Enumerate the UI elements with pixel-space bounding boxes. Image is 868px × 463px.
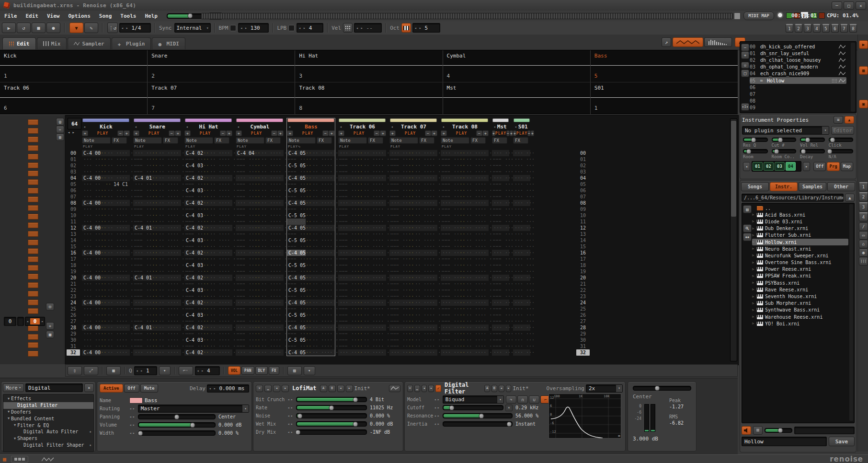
pattern-cell[interactable]: C-4 05···· ···· ····	[287, 225, 335, 231]
pattern-cell[interactable]: ··· ······ ···· ····	[133, 250, 181, 256]
pattern-cell[interactable]: ··· ···	[492, 349, 509, 356]
add-fx-icon[interactable]: +	[482, 130, 489, 136]
pattern-cell[interactable]: ··· ······ ···· ····	[82, 231, 130, 237]
matrix-slot[interactable]	[28, 231, 38, 237]
matrix-slot[interactable]	[28, 119, 38, 125]
scope-hi-hat[interactable]: Hi Hat3	[295, 50, 443, 82]
pattern-cell[interactable]: ··· ···	[492, 275, 509, 281]
pattern-cell[interactable]: ··· ······ ···· ····	[236, 343, 284, 349]
add-column-icon[interactable]: +	[287, 130, 293, 136]
pattern-cell[interactable]: ··· ······ ···· ····	[184, 243, 232, 250]
pattern-cell[interactable]: ··· ···	[513, 162, 530, 169]
pattern-cell[interactable]: ··· ······ ···· ····	[441, 212, 489, 219]
pattern-cell[interactable]: ··· ······ ···· ····	[441, 194, 489, 200]
pattern-cell[interactable]: ··· ······ ···· ····	[338, 225, 386, 231]
pattern-nav-arrows[interactable]: ◂▸	[68, 130, 77, 135]
pattern-cell[interactable]: ··· ······ ···· ····	[287, 169, 335, 175]
pattern-cell[interactable]: ··· ······ ···· ····	[389, 169, 437, 175]
pattern-cell[interactable]: ··· ······ ···· ····	[338, 156, 386, 162]
pattern-cell[interactable]: ··· ······ ···· ····	[389, 312, 437, 318]
remove-column-icon[interactable]: −	[476, 130, 482, 136]
pattern-cell[interactable]: ··· ······ ···· ····	[184, 343, 232, 349]
pattern-cell[interactable]: ··· ······ ···· ····	[133, 194, 181, 200]
pattern-cell[interactable]: ··· ······ ···· ····	[338, 212, 386, 219]
dsp-digital-auto-filter[interactable]: Digital Auto Filter★	[3, 428, 93, 435]
layout-wave-icon[interactable]	[42, 456, 54, 462]
pattern-cell[interactable]: ··· ······ ···· ····	[338, 262, 386, 268]
pattern-cell[interactable]: ··· ······ ···· ····	[389, 237, 437, 243]
pattern-cell[interactable]: ··· ······ ···· ····	[338, 175, 386, 181]
pattern-cell[interactable]: ··· ···	[513, 175, 530, 181]
menu-song[interactable]: Song	[95, 13, 116, 19]
pattern-cell[interactable]: ··· ······ ···· ····	[184, 331, 232, 337]
pattern-cell[interactable]: C-4 05···· ···· ····	[287, 275, 335, 281]
preset-prev-icon[interactable]: ◂	[337, 385, 344, 392]
param-bit-crunch[interactable]: Bit Crunch◂▸4 Bit	[253, 395, 403, 404]
pattern-cell[interactable]: ··· ······ ···· ····	[389, 318, 437, 324]
matrix-slot[interactable]	[28, 162, 38, 168]
filter-bandpass-icon[interactable]: ∩	[517, 395, 528, 404]
tab-plugin[interactable]: ✚Plugin	[112, 37, 151, 49]
pattern-cell[interactable]: ··· ······ ···· ····	[82, 206, 130, 212]
pattern-cell[interactable]: C-4 03···· ···· ····	[184, 312, 232, 318]
track-color-bar[interactable]	[390, 118, 437, 122]
file-neuro-beast-xrni[interactable]: ▷Neuro Beast.xrni	[752, 245, 848, 252]
pattern-cell[interactable]: ··· ······ ···· ····	[133, 300, 181, 306]
pattern-cell[interactable]: ··· ······ ···· ····	[441, 200, 489, 206]
pattern-cell[interactable]: ··· ······ ···· ····	[389, 287, 437, 293]
pattern-cell[interactable]: ··· ···	[513, 324, 530, 331]
dsp-shapers[interactable]: ▼Shapers	[3, 435, 93, 442]
pattern-cell[interactable]: ··· ······ ···· ····	[184, 231, 232, 237]
pattern-cell[interactable]: ··· ···	[492, 150, 509, 156]
pattern-cell[interactable]: ··· ······ ···· ····	[236, 331, 284, 337]
pattern-cell[interactable]: ··· ······ ···· ····	[287, 181, 335, 187]
save-name-field[interactable]: Hollow	[742, 437, 827, 446]
pattern-cell[interactable]: ··· ······ ···· ····	[441, 237, 489, 243]
scope-s01[interactable]: S011	[591, 82, 738, 114]
pattern-cell[interactable]: ··· ······ ···· ····	[133, 312, 181, 318]
pattern-cell[interactable]: ··· ······ ···· ····	[82, 306, 130, 312]
filter-lowpass-icon[interactable]: ↷	[506, 395, 516, 404]
menu-options[interactable]: Options	[64, 13, 95, 19]
dsp-filter-eq[interactable]: ▼Filter & EQ	[3, 422, 93, 428]
pattern-cell[interactable]: ··· ······ ···· ····	[236, 250, 284, 256]
play-indicator[interactable]: PLAY	[344, 131, 374, 136]
dsp-digital-filter-shaper[interactable]: Digital Filter Shaper★	[3, 442, 93, 449]
pattern-cell[interactable]: C-4 05···· ···· ····	[287, 150, 335, 156]
stop-button[interactable]: ■	[32, 23, 46, 33]
pattern-cell[interactable]: ··· ······ ···· ····	[441, 293, 489, 300]
file-power-reese-xrni[interactable]: ▷Power Reese.xrni	[752, 266, 848, 273]
file-dub-denker-xrni[interactable]: ▷Dub Denker.xrni	[752, 225, 848, 232]
pattern-cell[interactable]: ··· ······ ···· ····	[389, 250, 437, 256]
fx-column-header[interactable]: FX	[112, 137, 127, 144]
pattern-cell[interactable]: ··· ······ ···· ····	[236, 337, 284, 343]
pattern-cell[interactable]: ··· ······ ···· ····	[184, 194, 232, 200]
pattern-cell[interactable]: ··· ······ ···· ····	[338, 281, 386, 287]
master-volume-slider[interactable]	[167, 13, 205, 19]
pattern-cell[interactable]: ··· ····14 C1	[82, 181, 130, 187]
pattern-cell[interactable]: ··· ······ ···· ····	[133, 331, 181, 337]
device-move-left-icon[interactable]: ◂	[273, 385, 280, 392]
preset-next-icon[interactable]: ▸	[506, 385, 512, 392]
pattern-cell[interactable]: ··· ······ ···· ····	[236, 312, 284, 318]
pattern-cell[interactable]: ··· ···	[492, 324, 509, 331]
minimize-button[interactable]: ─	[832, 1, 842, 10]
gain-value[interactable]: 3.000 dB	[633, 436, 658, 442]
pattern-cell[interactable]: ··· ······ ···· ····	[82, 287, 130, 293]
track-color-bar[interactable]	[441, 118, 488, 122]
velocity-grid-icon[interactable]	[343, 23, 353, 33]
pattern-cell[interactable]: ··· ······ ···· ····	[338, 275, 386, 281]
editstep-icon[interactable]: ⌐·	[179, 366, 193, 375]
pattern-track-snare[interactable]: ◂Snare+PLAY−+NoteFXPLAY··· ······ ···· ·…	[133, 118, 181, 356]
pattern-track-kick[interactable]: ◂Kick+PLAY−+NoteFXPLAYC-4 00···· ···· ··…	[82, 118, 130, 356]
remove-column-icon[interactable]: −	[322, 130, 329, 136]
pattern-cell[interactable]: ··· ······ ···· ····	[82, 262, 130, 268]
scope-track-06[interactable]: Track 066	[0, 82, 148, 114]
add-fx-icon[interactable]: +	[380, 130, 386, 136]
pattern-cell[interactable]: ··· ······ ···· ····	[133, 306, 181, 312]
pattern-cell[interactable]: ··· ······ ···· ····	[287, 331, 335, 337]
pattern-cell[interactable]: ··· ···	[492, 212, 509, 219]
pattern-cell[interactable]: ··· ······ ···· ····	[236, 231, 284, 237]
dsp-search-input[interactable]: Digital	[25, 383, 83, 392]
sequence-position-box[interactable]: 0	[4, 317, 16, 326]
